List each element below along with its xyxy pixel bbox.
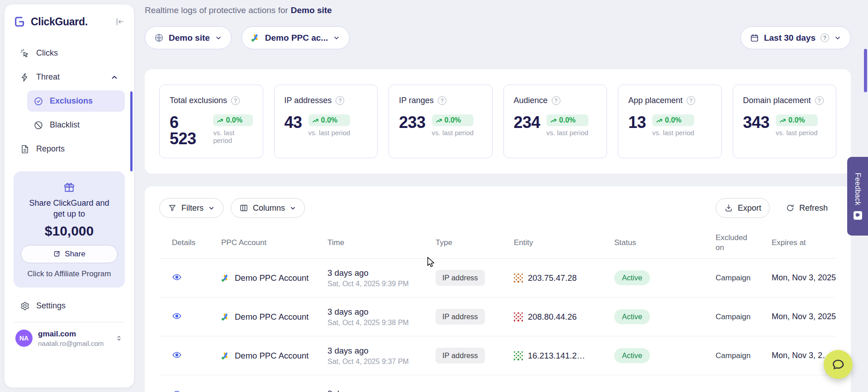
time-relative: 3 days ago — [327, 307, 436, 317]
column-header-expires-at: Expires at — [772, 238, 836, 247]
sidebar-item-label: Threat — [36, 72, 60, 82]
sidebar-item-clicks[interactable]: Clicks — [14, 43, 125, 64]
sidebar-item-reports[interactable]: Reports — [14, 138, 125, 160]
gift-icon — [63, 181, 75, 193]
google-ads-icon — [221, 352, 230, 360]
column-header-time: Time — [327, 238, 436, 247]
clickguard-logo-icon — [14, 15, 26, 28]
collapse-sidebar-icon[interactable] — [115, 17, 125, 27]
stat-label: IP ranges — [399, 96, 434, 105]
chat-bubble-icon — [831, 358, 845, 371]
stat-card-ip-ranges: IP ranges 233 0.0% vs. last period — [389, 85, 493, 158]
trend-badge: 0.0% — [776, 114, 818, 126]
chat-widget-button[interactable] — [824, 350, 853, 379]
download-icon — [724, 203, 733, 213]
user-email: naatali.ro@gmail.com — [38, 340, 104, 347]
table-row: Demo PPC Account 3 days agoSat, Oct 4, 2… — [159, 298, 836, 336]
table-controls: Filters Columns Export — [159, 198, 836, 218]
sidebar-item-settings[interactable]: Settings — [14, 301, 125, 311]
promo-headline: Share ClickGuard and get up to — [26, 198, 112, 220]
sidebar: ClickGuard. Clicks Threat Exclusions — [5, 5, 134, 387]
trend-up-icon — [780, 118, 786, 123]
view-details-eye-icon[interactable] — [172, 272, 182, 282]
sidebar-item-label: Clicks — [36, 48, 58, 58]
trend-note: vs. last period — [432, 129, 474, 137]
gear-icon — [20, 301, 30, 311]
date-range-selector[interactable]: Last 30 days — [740, 26, 851, 49]
sidebar-item-blacklist[interactable]: Blacklist — [27, 114, 125, 136]
columns-button[interactable]: Columns — [231, 198, 305, 218]
promo-amount: $10,000 — [45, 223, 94, 239]
table-row: 3 days ago — [159, 375, 836, 392]
filters-button[interactable]: Filters — [159, 198, 223, 218]
entity-value: 208.80.44.26 — [528, 312, 577, 322]
sidebar-item-threat[interactable]: Threat — [14, 66, 125, 88]
export-label: Export — [738, 203, 761, 213]
trend-badge: 0.0% — [546, 114, 588, 126]
entity-value: 16.213.141.2… — [528, 351, 585, 361]
chevron-down-icon — [333, 34, 340, 42]
site-selector[interactable]: Demo site — [145, 26, 232, 49]
stat-label: Audience — [514, 96, 548, 105]
user-account-menu[interactable]: NA gmail.com naatali.ro@gmail.com — [14, 330, 125, 347]
globe-icon — [154, 33, 164, 43]
sidebar-scrollbar[interactable] — [130, 91, 133, 171]
help-icon[interactable] — [552, 96, 560, 105]
page-scrollbar-thumb[interactable] — [864, 49, 867, 92]
share-button-label: Share — [65, 250, 85, 259]
divider — [14, 322, 125, 322]
site-selector-value: Demo site — [169, 33, 210, 43]
google-ads-icon — [251, 33, 260, 42]
calendar-icon — [750, 33, 759, 43]
affiliate-program-link[interactable]: Click to Affiliate Program — [28, 269, 111, 279]
view-details-eye-icon[interactable] — [172, 389, 182, 392]
sidebar-item-exclusions[interactable]: Exclusions — [27, 90, 125, 112]
help-icon[interactable] — [821, 33, 829, 42]
help-icon[interactable] — [438, 96, 446, 105]
view-details-eye-icon[interactable] — [172, 311, 182, 321]
trend-badge: 0.0% — [652, 114, 694, 126]
type-badge: IP address — [436, 348, 485, 364]
status-badge: Active — [614, 270, 650, 285]
table-row: Demo PPC Account 3 days agoSat, Oct 4, 2… — [159, 336, 836, 375]
feedback-widget-icon — [854, 211, 862, 220]
help-icon[interactable] — [231, 96, 240, 105]
time-full: Sat, Oct 4, 2025 9:38 PM — [327, 319, 436, 327]
ppc-account-name: Demo PPC Account — [235, 273, 309, 283]
google-ads-icon — [221, 313, 230, 321]
refresh-button[interactable]: Refresh — [777, 198, 836, 218]
export-button[interactable]: Export — [716, 198, 770, 218]
feedback-label: Feedback — [854, 173, 862, 206]
page-subtitle: Realtime logs of protective actions forD… — [145, 5, 851, 15]
badge-check-icon — [33, 96, 43, 106]
refresh-label: Refresh — [799, 203, 828, 213]
stat-card-ip-addresses: IP addresses 43 0.0% vs. last period — [274, 85, 378, 158]
exclusions-table-panel: Filters Columns Export — [145, 186, 851, 392]
document-icon — [20, 144, 30, 154]
main-content: Realtime logs of protective actions forD… — [145, 0, 851, 392]
trend-note: vs. last period — [308, 129, 351, 137]
time-full: Sat, Oct 4, 2025 9:39 PM — [327, 280, 436, 288]
feedback-tab[interactable]: Feedback — [847, 157, 868, 236]
view-details-eye-icon[interactable] — [172, 350, 182, 360]
stat-value: 6 523 — [170, 114, 207, 147]
subtitle-site-name: Demo site — [291, 5, 332, 15]
help-icon[interactable] — [815, 96, 824, 105]
stat-value: 43 — [285, 114, 302, 131]
stat-label: Total exclusions — [170, 96, 227, 105]
column-header-type: Type — [436, 238, 514, 247]
status-badge: Active — [614, 348, 650, 363]
share-button[interactable]: Share — [21, 245, 118, 263]
subtitle-text: Realtime logs of protective actions for — [145, 5, 288, 15]
help-icon[interactable] — [336, 96, 344, 105]
ppc-account-selector[interactable]: Demo PPC ac... — [242, 26, 350, 49]
columns-icon — [239, 203, 248, 213]
stat-value: 343 — [743, 114, 770, 131]
sidebar-nav: Clicks Threat Exclusions Blacklist — [14, 43, 125, 160]
trend-note: vs. last period — [652, 129, 694, 137]
avatar: NA — [15, 330, 33, 347]
chevron-down-icon — [289, 205, 296, 212]
help-icon[interactable] — [687, 96, 695, 105]
ppc-account-selector-value: Demo PPC ac... — [265, 33, 328, 43]
settings-label: Settings — [36, 301, 66, 311]
